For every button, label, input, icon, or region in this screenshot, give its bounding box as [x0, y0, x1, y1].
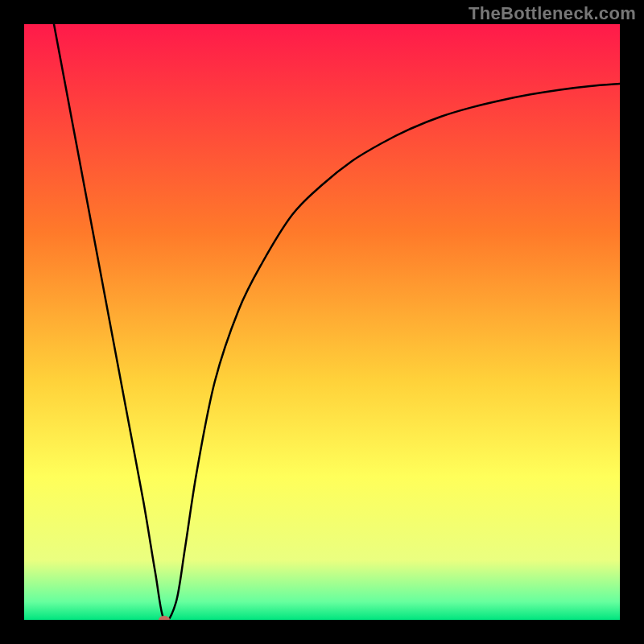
curve-layer: [24, 24, 620, 620]
plot-area: [24, 24, 620, 620]
bottleneck-curve: [54, 24, 620, 620]
watermark-text: TheBottleneck.com: [469, 3, 636, 24]
minimum-marker: [159, 616, 170, 620]
